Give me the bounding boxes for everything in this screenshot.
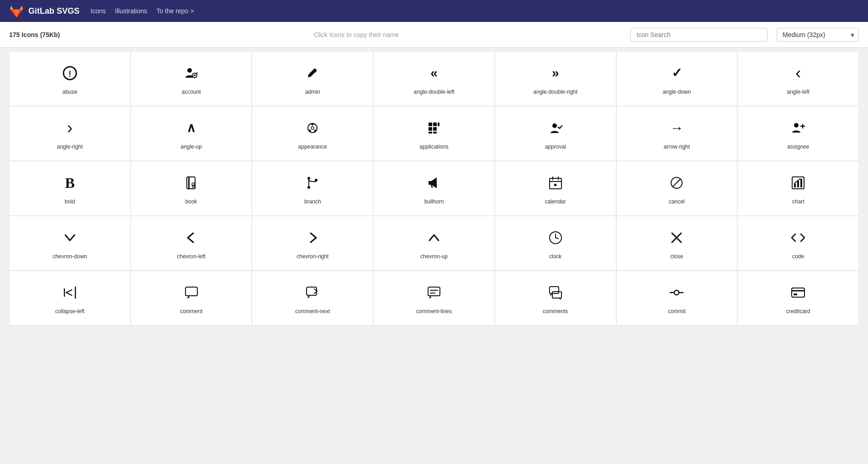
icon-cell-assignee[interactable]: assignee	[737, 106, 859, 161]
icon-cell-creditcard[interactable]: creditcard	[737, 271, 859, 325]
appearance-icon	[303, 119, 322, 137]
icon-cell-comment-next[interactable]: comment-next	[252, 271, 373, 325]
cancel-icon	[667, 174, 686, 192]
bold-label: bold	[65, 198, 75, 205]
icon-cell-collapse-left[interactable]: collapse-left	[9, 271, 131, 325]
icon-cell-chevron-right[interactable]: chevron-right	[252, 216, 373, 271]
angle-double-left-label: angle-double-left	[413, 89, 454, 95]
svg-rect-27	[550, 178, 561, 189]
icon-cell-commit[interactable]: commit	[616, 271, 738, 325]
admin-label: admin	[305, 89, 320, 95]
icon-cell-admin[interactable]: admin	[252, 51, 373, 106]
abuse-label: abuse	[63, 89, 78, 95]
svg-rect-46	[307, 287, 317, 295]
chart-label: chart	[792, 198, 804, 205]
icon-cell-applications[interactable]: applications	[373, 106, 495, 161]
svg-point-22	[307, 177, 310, 180]
toolbar: 175 Icons (75Kb) Click Icons to copy the…	[0, 22, 868, 48]
collapse-left-label: collapse-left	[55, 308, 85, 315]
svg-rect-12	[429, 127, 432, 131]
comment-icon	[182, 283, 201, 302]
icon-cell-bullhorn[interactable]: bullhorn	[373, 161, 495, 216]
calendar-label: calendar	[545, 198, 566, 205]
nav-repo[interactable]: To the repo >	[156, 7, 194, 15]
icon-cell-clock[interactable]: clock	[495, 216, 616, 271]
size-select[interactable]: Small (16px) Medium (32px) Large (64px)	[777, 28, 859, 42]
svg-line-40	[556, 238, 558, 239]
icon-cell-angle-double-right[interactable]: » angle-double-right	[495, 51, 616, 106]
svg-rect-55	[792, 288, 804, 297]
branch-label: branch	[304, 198, 321, 205]
icon-cell-code[interactable]: code	[737, 216, 859, 271]
svg-rect-37	[800, 179, 802, 187]
bullhorn-label: bullhorn	[424, 198, 444, 205]
icon-cell-angle-double-left[interactable]: « angle-double-left	[373, 51, 495, 106]
icon-cell-chevron-left[interactable]: chevron-left	[131, 216, 252, 271]
account-label: account	[182, 89, 201, 95]
book-label: book	[185, 198, 197, 205]
applications-label: applications	[419, 144, 448, 150]
icon-cell-cancel[interactable]: cancel	[616, 161, 738, 216]
icon-cell-comments[interactable]: comments	[495, 271, 616, 325]
icon-cell-approval[interactable]: approval	[495, 106, 616, 161]
svg-point-7	[309, 130, 311, 132]
angle-right-icon: ›	[61, 119, 79, 137]
icon-cell-comment-lines[interactable]: comment-lines	[373, 271, 495, 325]
svg-rect-31	[554, 184, 556, 186]
account-icon	[182, 64, 201, 82]
icon-cell-abuse[interactable]: ! abuse	[9, 51, 131, 106]
angle-right-label: angle-right	[57, 144, 83, 150]
bold-icon: B	[61, 174, 79, 192]
search-input[interactable]	[630, 28, 767, 42]
svg-rect-57	[794, 293, 797, 295]
svg-point-5	[312, 123, 314, 126]
close-icon	[667, 229, 686, 247]
angle-double-right-icon: »	[546, 64, 565, 82]
icon-cell-calendar[interactable]: calendar	[495, 161, 616, 216]
icon-cell-appearance[interactable]: appearance	[252, 106, 373, 161]
svg-point-53	[674, 290, 679, 295]
icons-grid: ! abuse account admin « angle-double-lef…	[9, 51, 859, 325]
svg-text:!: !	[69, 69, 71, 79]
svg-rect-26	[429, 181, 431, 185]
icon-cell-book[interactable]: book	[131, 161, 252, 216]
icon-cell-angle-up[interactable]: ∧ angle-up	[131, 106, 252, 161]
angle-down-label: angle-down	[662, 89, 691, 95]
icon-cell-angle-left[interactable]: ‹ angle-left	[737, 51, 859, 106]
icon-cell-comment[interactable]: comment	[131, 271, 252, 325]
nav-links: Icons Illustrations To the repo >	[90, 7, 194, 15]
icon-cell-account[interactable]: account	[131, 51, 252, 106]
icon-cell-angle-right[interactable]: › angle-right	[9, 106, 131, 161]
icon-cell-chevron-up[interactable]: chevron-up	[373, 216, 495, 271]
code-label: code	[792, 253, 804, 260]
icon-cell-chart[interactable]: chart	[737, 161, 859, 216]
gitlab-logo-icon	[9, 4, 24, 18]
svg-rect-50	[550, 287, 559, 293]
icon-cell-chevron-down[interactable]: chevron-down	[9, 216, 131, 271]
angle-left-icon: ‹	[789, 64, 807, 82]
svg-point-17	[794, 123, 799, 128]
svg-rect-21	[192, 185, 194, 187]
chevron-up-icon	[425, 229, 443, 247]
angle-down-icon: ✓	[667, 64, 686, 82]
svg-rect-51	[552, 292, 561, 298]
icon-cell-close[interactable]: close	[616, 216, 738, 271]
icon-cell-branch[interactable]: branch	[252, 161, 373, 216]
icon-cell-bold[interactable]: B bold	[9, 161, 131, 216]
arrow-right-icon: →	[667, 119, 686, 137]
admin-icon	[303, 64, 322, 82]
calendar-icon	[546, 174, 565, 192]
copy-hint: Click Icons to copy their name	[91, 31, 621, 38]
nav-illustrations[interactable]: Illustrations	[115, 7, 148, 15]
svg-point-16	[552, 123, 557, 128]
icon-cell-angle-down[interactable]: ✓ angle-down	[616, 51, 738, 106]
icon-cell-arrow-right[interactable]: → arrow-right	[616, 106, 738, 161]
comment-lines-label: comment-lines	[416, 308, 452, 315]
icons-count: 175 Icons (75Kb)	[9, 31, 82, 38]
creditcard-label: creditcard	[786, 308, 810, 315]
bullhorn-icon	[425, 174, 443, 192]
svg-rect-19	[188, 177, 190, 189]
nav-icons[interactable]: Icons	[90, 7, 106, 15]
chevron-left-label: chevron-left	[177, 253, 206, 260]
collapse-left-icon	[61, 283, 79, 302]
